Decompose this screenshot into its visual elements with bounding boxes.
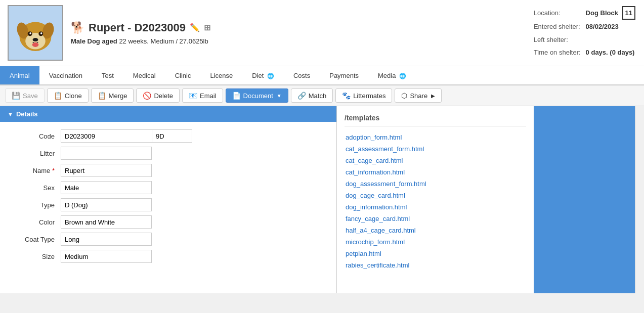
dropdown-item[interactable]: half_a4_cage_card.html bbox=[345, 225, 526, 236]
svg-point-10 bbox=[31, 22, 40, 29]
code-label: Code bbox=[10, 132, 61, 140]
animal-photo bbox=[8, 5, 63, 61]
time-value: 0 days. (0 days) bbox=[586, 49, 635, 56]
littermates-label: Littermates bbox=[353, 92, 385, 100]
svg-point-7 bbox=[40, 32, 42, 34]
form-row-type: Type bbox=[0, 198, 336, 211]
tab-test[interactable]: Test bbox=[92, 66, 123, 84]
match-button[interactable]: 🔗 Match bbox=[291, 88, 333, 103]
animal-age: 22 weeks. bbox=[119, 37, 149, 45]
dropdown-item[interactable]: cat_cage_card.html bbox=[345, 155, 526, 166]
form-row-name: Name bbox=[0, 164, 336, 177]
clone-button[interactable]: 📋 Clone bbox=[47, 88, 89, 103]
dropdown-item[interactable]: rabies_certificate.html bbox=[345, 259, 526, 271]
species-icon: 🐕 bbox=[71, 21, 84, 34]
save-button[interactable]: 💾 Save bbox=[5, 88, 45, 103]
svg-point-9 bbox=[32, 42, 39, 47]
dropdown-items-container: adoption_form.htmlcat_assessment_form.ht… bbox=[345, 131, 526, 271]
delete-icon: 🚫 bbox=[143, 92, 151, 100]
email-button[interactable]: 📧 Email bbox=[182, 88, 223, 103]
save-icon: 💾 bbox=[12, 92, 20, 100]
sex-input[interactable] bbox=[61, 181, 152, 194]
dropdown-item[interactable]: fancy_cage_card.html bbox=[345, 213, 526, 225]
tab-media[interactable]: Media 🌐 bbox=[368, 66, 416, 84]
save-label: Save bbox=[23, 92, 38, 100]
size-weight: Medium / 27.0625lb bbox=[151, 37, 208, 45]
type-label: Type bbox=[10, 201, 61, 209]
dropdown-item[interactable]: dog_cage_card.html bbox=[345, 190, 526, 201]
form-row-code: Code bbox=[0, 129, 336, 143]
name-input[interactable] bbox=[61, 164, 152, 177]
toolbar: 💾 Save 📋 Clone 📋 Merge 🚫 Delete 📧 Email … bbox=[0, 85, 644, 106]
tabs-bar: Animal Vaccination Test Medical Clinic L… bbox=[0, 66, 644, 85]
name-label: Name bbox=[10, 167, 61, 174]
form-section: Code Litter Name Sex Type bbox=[0, 122, 336, 275]
form-row-litter: Litter bbox=[0, 147, 336, 160]
edit-icon[interactable]: ✏️ bbox=[190, 23, 200, 32]
merge-button[interactable]: 📋 Merge bbox=[91, 88, 134, 103]
color-input[interactable] bbox=[61, 215, 152, 229]
dropdown-item[interactable]: dog_information.html bbox=[345, 201, 526, 213]
share-arrow-icon: ▶ bbox=[431, 93, 435, 99]
animal-subtitle: Male Dog aged 22 weeks. Medium / 27.0625… bbox=[71, 37, 210, 45]
share-label: Share bbox=[410, 92, 427, 100]
delete-button[interactable]: 🚫 Delete bbox=[136, 88, 180, 103]
tab-diet[interactable]: Diet 🌐 bbox=[242, 66, 284, 84]
left-panel: ▼ Details Code Litter Name Sex bbox=[0, 106, 336, 293]
share-button[interactable]: ⬡ Share ▶ bbox=[395, 88, 442, 103]
coat-label: Coat Type bbox=[10, 236, 61, 243]
section-title: Details bbox=[16, 110, 38, 118]
dropdown-item[interactable]: cat_assessment_form.html bbox=[345, 143, 526, 155]
tab-vaccination[interactable]: Vaccination bbox=[39, 66, 92, 84]
content-area: ▼ Details Code Litter Name Sex bbox=[0, 106, 644, 293]
tab-license[interactable]: License bbox=[200, 66, 242, 84]
littermates-button[interactable]: 🐾 Littermates bbox=[335, 88, 392, 103]
tab-animal[interactable]: Animal bbox=[0, 66, 39, 84]
dropdown-item[interactable]: adoption_form.html bbox=[345, 131, 526, 143]
size-input[interactable] bbox=[61, 250, 152, 263]
match-label: Match bbox=[309, 92, 326, 100]
document-button[interactable]: 📄 Document ▼ bbox=[226, 88, 288, 103]
location-label: Location: bbox=[534, 6, 585, 20]
type-input[interactable] bbox=[61, 198, 152, 211]
dropdown-item[interactable]: microchip_form.html bbox=[345, 236, 526, 248]
dropdown-panel: /templates adoption_form.htmlcat_assessm… bbox=[336, 106, 534, 293]
animal-info-left: 🐕 Rupert - D2023009 ✏️ ⊞ Male Dog aged 2… bbox=[8, 5, 210, 61]
littermates-icon: 🐾 bbox=[342, 92, 351, 100]
litter-input[interactable] bbox=[61, 147, 152, 160]
clone-label: Clone bbox=[65, 92, 82, 100]
time-label: Time on shelter: bbox=[534, 47, 585, 58]
location-value: Dog Block bbox=[586, 9, 618, 17]
scrollbar-area[interactable] bbox=[635, 106, 644, 293]
coat-input[interactable] bbox=[61, 233, 152, 246]
form-row-color: Color bbox=[0, 215, 336, 229]
dropdown-item[interactable]: cat_information.html bbox=[345, 166, 526, 178]
sex-label: Sex bbox=[10, 184, 61, 192]
document-label: Document bbox=[243, 92, 273, 100]
code-group bbox=[61, 129, 192, 143]
left-label: Left shelter: bbox=[534, 34, 585, 46]
tab-payments[interactable]: Payments bbox=[320, 66, 368, 84]
dropdown-item[interactable]: petplan.html bbox=[345, 248, 526, 259]
svg-point-6 bbox=[29, 32, 31, 34]
section-arrow-icon: ▼ bbox=[8, 111, 13, 117]
delete-label: Delete bbox=[154, 92, 173, 100]
qr-icon[interactable]: ⊞ bbox=[204, 23, 210, 32]
code-input[interactable] bbox=[61, 129, 152, 143]
sex-species: Male Dog aged bbox=[71, 37, 117, 45]
code-suffix-input[interactable] bbox=[152, 129, 192, 143]
section-header: ▼ Details bbox=[0, 106, 336, 122]
dropdown-item[interactable]: dog_assessment_form.html bbox=[345, 178, 526, 190]
dropdown-arrow-icon: ▼ bbox=[277, 93, 282, 99]
tab-costs[interactable]: Costs bbox=[284, 66, 320, 84]
svg-point-8 bbox=[33, 38, 38, 41]
email-label: Email bbox=[200, 92, 217, 100]
entered-value: 08/02/2023 bbox=[586, 23, 619, 30]
top-bar: 🐕 Rupert - D2023009 ✏️ ⊞ Male Dog aged 2… bbox=[0, 0, 644, 66]
entered-label: Entered shelter: bbox=[534, 21, 585, 32]
tab-clinic[interactable]: Clinic bbox=[165, 66, 201, 84]
merge-label: Merge bbox=[109, 92, 127, 100]
location-badge: 11 bbox=[622, 6, 635, 20]
tab-medical[interactable]: Medical bbox=[123, 66, 165, 84]
media-globe-icon: 🌐 bbox=[399, 73, 406, 79]
